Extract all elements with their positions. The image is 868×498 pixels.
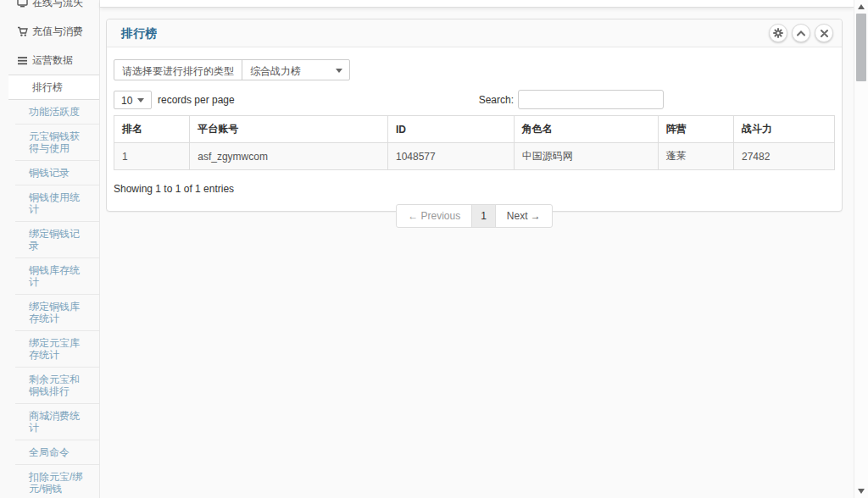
rank-type-label: 请选择要进行排行的类型 xyxy=(114,60,242,80)
sidebar-item-deduct-currency: 扣除元宝/绑元/铜钱 xyxy=(15,464,99,498)
sidebar-link-ranking[interactable]: 排行榜 xyxy=(8,75,99,99)
scrollbar-thumb[interactable] xyxy=(856,14,866,81)
search-input[interactable] xyxy=(518,90,664,109)
sidebar-link-deduct-currency[interactable]: 扣除元宝/绑元/铜钱 xyxy=(15,465,99,498)
sidebar-link-bound-coin-records[interactable]: 绑定铜钱记录 xyxy=(15,222,99,257)
sidebar-link-coin-inventory-stats[interactable]: 铜钱库存统计 xyxy=(15,258,99,294)
cart-icon xyxy=(17,26,28,37)
sidebar-item-operation-data[interactable]: 运营数据 xyxy=(0,46,99,75)
sidebar-item-bound-coin-inventory-stats: 绑定铜钱库存统计 xyxy=(15,294,99,330)
ranking-panel: 排行榜 xyxy=(106,19,843,212)
sidebar-link-bound-coin-inventory-stats[interactable]: 绑定铜钱库存统计 xyxy=(15,295,99,330)
sidebar-link-feature-activity[interactable]: 功能活跃度 xyxy=(15,100,99,124)
sidebar-item-yuanbao-coin-usage: 元宝铜钱获得与使用 xyxy=(15,124,99,160)
table-info: Showing 1 to 1 of 1 entries xyxy=(114,183,835,195)
sidebar-item-remaining-ranking: 剩余元宝和铜钱排行 xyxy=(15,367,99,403)
sidebar-item-ranking: 排行榜 xyxy=(8,75,99,100)
settings-button[interactable] xyxy=(769,24,787,42)
list-icon xyxy=(17,55,28,66)
previous-page-button[interactable]: ← Previous xyxy=(396,204,472,228)
panel-header: 排行榜 xyxy=(107,19,842,47)
sidebar-item-online-churn[interactable]: 在线与流失 xyxy=(0,0,99,17)
vertical-scrollbar xyxy=(854,0,868,498)
sidebar-link-coin-records[interactable]: 铜钱记录 xyxy=(15,161,99,185)
scroll-up-arrow-icon[interactable] xyxy=(858,4,865,9)
sidebar-item-label: 在线与流失 xyxy=(32,0,83,10)
sidebar-item-coin-usage-stats: 铜钱使用统计 xyxy=(15,185,99,221)
cell-faction: 蓬莱 xyxy=(658,143,733,170)
page-number-button[interactable]: 1 xyxy=(471,204,496,228)
page-length-value: 10 xyxy=(121,95,132,107)
search-box: Search: xyxy=(479,90,664,109)
gear-icon xyxy=(773,28,783,38)
sidebar-item-coin-records: 铜钱记录 xyxy=(15,160,99,185)
col-header-rank[interactable]: 排名 xyxy=(114,116,190,143)
top-navbar-edge xyxy=(100,0,854,8)
sidebar-link-yuanbao-coin-usage[interactable]: 元宝铜钱获得与使用 xyxy=(15,125,99,160)
sidebar-item-coin-inventory-stats: 铜钱库存统计 xyxy=(15,257,99,294)
col-header-id[interactable]: ID xyxy=(388,116,515,143)
table-tools-row: 10 records per page Search: xyxy=(114,90,835,109)
page-length-label: records per page xyxy=(158,94,235,106)
collapse-button[interactable] xyxy=(792,24,810,42)
next-page-button[interactable]: Next → xyxy=(495,204,553,228)
close-button[interactable] xyxy=(815,24,833,42)
ranking-table: 排名 平台账号 ID 角色名 阵营 战斗力 1 asf_zgymwcom 104… xyxy=(114,115,835,170)
sidebar-item-label: 充值与消费 xyxy=(32,25,83,39)
scroll-down-arrow-icon[interactable] xyxy=(858,489,865,494)
panel-body: 请选择要进行排行的类型 综合战力榜 10 records per page Se… xyxy=(107,47,842,235)
panel-title: 排行榜 xyxy=(121,26,157,40)
sidebar-item-mall-consume-stats: 商城消费统计 xyxy=(15,403,99,440)
caret-down-icon xyxy=(336,69,342,73)
rank-type-group: 请选择要进行排行的类型 综合战力榜 xyxy=(114,59,350,80)
chevron-up-icon xyxy=(797,30,805,36)
cell-account: asf_zgymwcom xyxy=(190,143,388,170)
sidebar: 在线与流失 充值与消费 运营数据 排行榜 功能活跃度 元宝铜钱获得与使用 铜钱记… xyxy=(0,0,100,498)
col-header-power[interactable]: 战斗力 xyxy=(734,116,835,143)
rank-type-select[interactable]: 综合战力榜 xyxy=(242,60,349,80)
page-length-select[interactable]: 10 xyxy=(114,91,152,109)
close-icon xyxy=(821,30,828,37)
sidebar-item-global-command: 全局命令 xyxy=(15,440,99,464)
pagination: ← Previous 1 Next → xyxy=(396,204,553,228)
rank-type-selected-value: 综合战力榜 xyxy=(250,65,301,77)
sidebar-submenu: 排行榜 功能活跃度 元宝铜钱获得与使用 铜钱记录 铜钱使用统计 绑定铜钱记录 铜… xyxy=(0,75,99,498)
panel-tools xyxy=(769,24,833,42)
sidebar-link-bound-yuanbao-inventory-stats[interactable]: 绑定元宝库存统计 xyxy=(15,331,99,367)
sidebar-top-items: 在线与流失 充值与消费 运营数据 xyxy=(0,0,99,75)
cell-id: 1048577 xyxy=(388,143,515,170)
caret-down-icon xyxy=(137,98,144,102)
sidebar-link-global-command[interactable]: 全局命令 xyxy=(15,440,99,464)
table-row: 1 asf_zgymwcom 1048577 中国源码网 蓬莱 27482 xyxy=(114,143,835,170)
sidebar-link-coin-usage-stats[interactable]: 铜钱使用统计 xyxy=(15,185,99,221)
sidebar-link-mall-consume-stats[interactable]: 商城消费统计 xyxy=(15,404,99,440)
col-header-role[interactable]: 角色名 xyxy=(514,116,658,143)
sidebar-item-feature-activity: 功能活跃度 xyxy=(15,100,99,124)
table-header-row: 排名 平台账号 ID 角色名 阵营 战斗力 xyxy=(114,116,835,143)
search-label: Search: xyxy=(479,94,514,106)
col-header-faction[interactable]: 阵营 xyxy=(658,116,733,143)
cell-rank: 1 xyxy=(114,143,190,170)
col-header-account[interactable]: 平台账号 xyxy=(190,116,388,143)
sidebar-item-recharge-consume[interactable]: 充值与消费 xyxy=(0,17,99,46)
sidebar-item-bound-yuanbao-inventory-stats: 绑定元宝库存统计 xyxy=(15,330,99,367)
sidebar-link-remaining-ranking[interactable]: 剩余元宝和铜钱排行 xyxy=(15,368,99,403)
monitor-icon xyxy=(17,0,28,8)
cell-role: 中国源码网 xyxy=(514,143,658,170)
sidebar-item-bound-coin-records: 绑定铜钱记录 xyxy=(15,221,99,257)
cell-power: 27482 xyxy=(734,143,835,170)
sidebar-item-label: 运营数据 xyxy=(32,53,73,68)
main-content: 排行榜 xyxy=(100,0,854,498)
